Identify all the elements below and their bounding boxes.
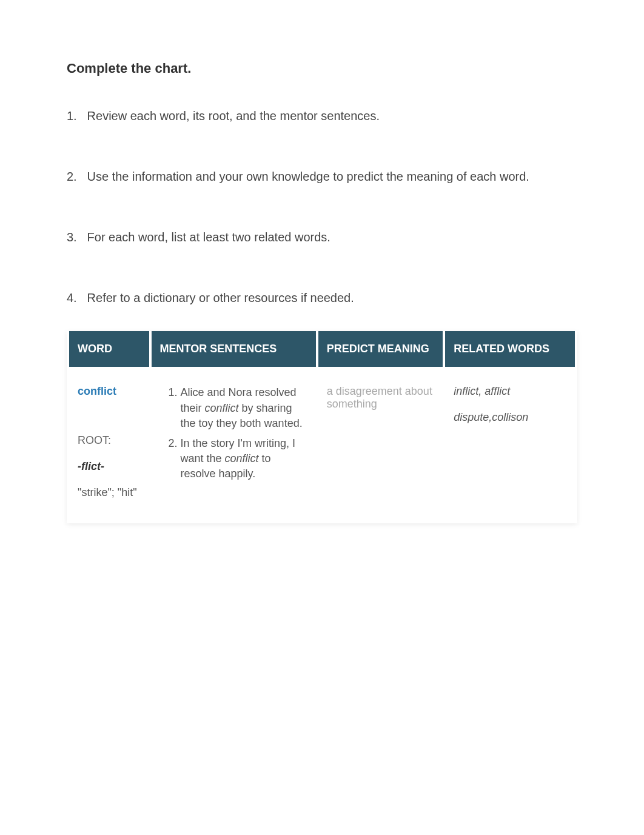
instruction-3: 3. For each word, list at least two rela… <box>67 228 577 246</box>
instruction-text: Review each word, its root, and the ment… <box>87 109 380 122</box>
page-title: Complete the chart. <box>67 61 577 76</box>
mentor-sentence-1: Alice and Nora resolved their conflict b… <box>181 385 307 431</box>
root-meaning: "strike"; "hit" <box>78 486 141 499</box>
instruction-number: 2. <box>67 167 84 186</box>
instruction-number: 3. <box>67 228 84 246</box>
predict-cell[interactable]: a disagreement about something <box>318 367 443 523</box>
sentence-emphasis: conflict <box>225 452 259 464</box>
table-row: conflict ROOT: -flict- "strike"; "hit" A… <box>69 367 575 523</box>
mentor-sentence-list: Alice and Nora resolved their conflict b… <box>160 385 307 481</box>
root-label: ROOT: <box>78 434 141 447</box>
table-header-row: WORD MENTOR SENTENCES PREDICT MEANING RE… <box>69 331 575 367</box>
header-word: WORD <box>69 331 149 367</box>
instruction-text: For each word, list at least two related… <box>87 230 330 244</box>
header-predict: PREDICT MEANING <box>318 331 443 367</box>
instruction-text: Use the information and your own knowled… <box>87 170 529 183</box>
instruction-text: Refer to a dictionary or other resources… <box>87 291 354 304</box>
sentence-emphasis: conflict <box>205 402 239 414</box>
root-value: -flict- <box>78 460 141 473</box>
word-cell: conflict ROOT: -flict- "strike"; "hit" <box>69 367 149 523</box>
instruction-number: 1. <box>67 107 84 125</box>
instruction-number: 4. <box>67 289 84 307</box>
mentor-cell: Alice and Nora resolved their conflict b… <box>152 367 316 523</box>
instruction-1: 1. Review each word, its root, and the m… <box>67 107 577 125</box>
related-cell[interactable]: inflict, afflict dispute,collison <box>445 367 575 523</box>
header-mentor: MENTOR SENTENCES <box>152 331 316 367</box>
instruction-4: 4. Refer to a dictionary or other resour… <box>67 289 577 307</box>
related-words-line: dispute,collison <box>454 411 566 424</box>
instruction-2: 2. Use the information and your own know… <box>67 167 577 186</box>
word-link[interactable]: conflict <box>78 385 116 397</box>
mentor-sentence-2: In the story I'm writing, I want the con… <box>181 436 307 482</box>
vocabulary-chart: WORD MENTOR SENTENCES PREDICT MEANING RE… <box>67 331 577 523</box>
predict-meaning-text: a disagreement about something <box>327 385 435 411</box>
header-related: RELATED WORDS <box>445 331 575 367</box>
related-words-line: inflict, afflict <box>454 385 566 398</box>
